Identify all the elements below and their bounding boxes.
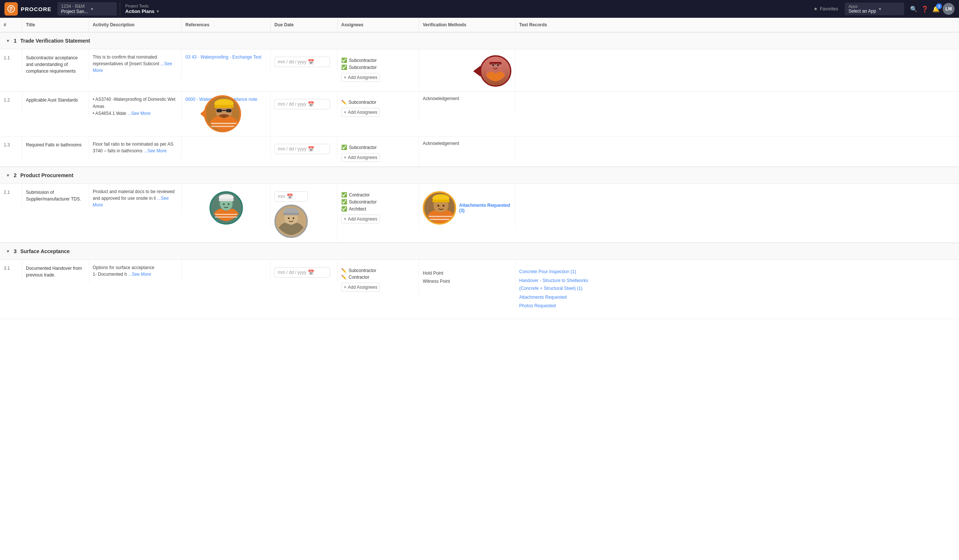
row-2-1-date-input[interactable]: mm 📅 xyxy=(274,191,308,202)
test-record-link[interactable]: Concrete Pour Inspection (1) xyxy=(519,268,593,276)
row-1-3-num: 1.3 xyxy=(0,137,22,159)
apps-selector[interactable]: Apps Select an App ▼ xyxy=(845,3,904,15)
row-3-1-refs xyxy=(182,260,271,282)
plus-icon: + xyxy=(344,285,346,290)
test-records-list: Concrete Pour Inspection (1) Handover - … xyxy=(519,264,593,310)
project-selector[interactable]: 1234 - B&M Project San... ▼ xyxy=(57,2,117,16)
row-2-1-date-area: mm 📅 xyxy=(274,188,333,238)
assignee-name: Subcontractor xyxy=(349,145,377,150)
section-2-collapse-icon[interactable]: ▼ xyxy=(6,173,10,178)
section-3-row: ▼ 3 Surface Acceptance xyxy=(0,243,959,260)
header-due-date: Due Date xyxy=(271,18,338,32)
witness-point-label: Witness Point xyxy=(423,278,511,286)
row-1-2-desc: AS3740 -Waterproofing of Domestic Wet Ar… xyxy=(89,92,182,122)
test-record-link[interactable]: Attachments Requested xyxy=(519,294,593,302)
tool-selector: Project Tools Action Plans ▼ xyxy=(120,2,165,16)
row-1-3-desc: Floor fall ratio to be nominated as per … xyxy=(89,137,182,159)
row-1-3-date-input[interactable]: mm / dd / yyyy 📅 xyxy=(274,144,330,154)
add-assignee-button[interactable]: + Add Assignees xyxy=(341,108,380,117)
search-icon[interactable]: 🔍 xyxy=(910,6,918,13)
help-icon[interactable]: ❓ xyxy=(921,6,929,13)
user-avatar[interactable]: LM xyxy=(943,3,954,15)
notifications-icon[interactable]: 🔔 3 xyxy=(932,6,940,13)
row-3-1-desc: Options for surface acceptance 1- Docume… xyxy=(89,260,182,282)
row-1-3-assignees: ✅ Subcontractor + Add Assignees xyxy=(338,137,419,166)
assignee-name: Subcontractor xyxy=(349,268,376,273)
list-item: ✅ Architect xyxy=(341,206,415,212)
row-2-1-title: Submission of Supplier/manufacturer TDS. xyxy=(22,184,89,207)
date-value: mm / dd / yyyy xyxy=(278,102,306,107)
row-2-1-desc: Product and material docs to be reviewed… xyxy=(89,184,182,213)
add-assignee-label: Add Assignees xyxy=(348,155,377,160)
svg-rect-29 xyxy=(284,213,299,215)
row-1-1-test-records xyxy=(516,49,597,72)
check-icon: ✅ xyxy=(341,192,347,197)
header-num: # xyxy=(0,18,22,32)
assignee-name: Subcontractor xyxy=(349,58,377,63)
add-assignee-button[interactable]: + Add Assignees xyxy=(341,73,380,82)
row-1-3-verification: Acknowledgement xyxy=(419,137,516,159)
acknowledgement-avatar-area xyxy=(480,55,511,87)
row-2-1-see-more[interactable]: ...See More xyxy=(93,196,169,208)
row-1-3-due-date: mm / dd / yyyy 📅 xyxy=(271,137,338,159)
assignee-name: Contractor xyxy=(349,192,370,197)
row-1-1-desc: This is to confirm that nominated repres… xyxy=(89,49,182,78)
table-row: 1.3 Required Falls in bathrooms Floor fa… xyxy=(0,137,959,167)
assignee-list: ✅ Subcontractor ✅ Subcontractor + Add As… xyxy=(341,54,415,82)
row-1-1-date-input[interactable]: mm / dd / yyyy 📅 xyxy=(274,57,330,67)
row-3-1-see-more[interactable]: ...See More xyxy=(128,272,151,277)
row-1-3-see-more[interactable]: ...See More xyxy=(143,148,167,153)
add-assignee-button[interactable]: + Add Assignees xyxy=(341,283,380,292)
project-name: Project San... xyxy=(61,9,88,14)
check-icon: ✅ xyxy=(341,199,347,205)
check-icon: ✅ xyxy=(341,57,347,63)
header-references: References xyxy=(182,18,271,32)
tool-chevron-icon[interactable]: ▼ xyxy=(156,9,160,13)
brand-name: PROCORE xyxy=(21,6,51,12)
procore-logo[interactable] xyxy=(5,2,18,16)
notification-badge: 3 xyxy=(936,3,942,9)
svg-rect-13 xyxy=(226,109,231,112)
row-1-2-see-more[interactable]: ...See More xyxy=(127,111,151,116)
check-icon: ✅ xyxy=(341,206,347,212)
assignee-name: Subcontractor xyxy=(349,65,377,70)
table-header: # Title Activity Description References … xyxy=(0,18,959,32)
row-1-1-title: Subcontractor acceptance and understandi… xyxy=(22,49,89,79)
check-icon: ✅ xyxy=(341,65,347,70)
list-item: ✏️ Subcontractor xyxy=(341,100,415,105)
calendar-icon: 📅 xyxy=(308,59,314,65)
svg-rect-35 xyxy=(432,200,449,202)
row-1-2-verification: Acknowledgement xyxy=(419,92,516,114)
header-test-records: Test Records xyxy=(516,18,597,32)
assignee-name: Contractor xyxy=(349,275,370,280)
floating-worker-avatar xyxy=(204,95,241,132)
calendar-icon: 📅 xyxy=(308,146,314,152)
table-row: 1.2 Applicable Aust Standards AS3740 -Wa… xyxy=(0,92,959,137)
test-record-link[interactable]: Handover - Structure to Shellworks (Conc… xyxy=(519,277,593,293)
nav-icons: 🔍 ❓ 🔔 3 xyxy=(910,6,940,13)
row-1-1-ref-link[interactable]: 03 43 - Waterproofing - Exchange Test xyxy=(185,54,261,60)
list-item: ✅ Subcontractor xyxy=(341,65,415,70)
avatar xyxy=(480,55,511,87)
svg-point-22 xyxy=(223,204,225,205)
favorites-button[interactable]: ★ Favorites xyxy=(810,6,842,11)
acknowledgement-avatar-area xyxy=(423,191,456,224)
row-1-2-assignees: ✏️ Subcontractor + Add Assignees xyxy=(338,92,419,121)
svg-rect-1 xyxy=(489,62,502,65)
section-3-collapse-icon[interactable]: ▼ xyxy=(6,249,10,253)
row-3-1-title: Documented Handover from previous trade. xyxy=(22,260,89,283)
row-3-1-date-input[interactable]: mm / dd / yyyy 📅 xyxy=(274,267,330,278)
list-item: ✏️ Contractor xyxy=(341,275,415,280)
add-assignee-button[interactable]: + Add Assignees xyxy=(341,153,380,162)
row-1-1-verification xyxy=(419,49,516,91)
apps-select: Select an App xyxy=(849,8,876,14)
apps-label: Apps xyxy=(849,4,876,8)
project-number: 1234 - B&M xyxy=(61,4,88,9)
row-1-2-date-input[interactable]: mm / dd / yyyy 📅 xyxy=(274,99,330,109)
row-1-1-see-more[interactable]: ...See More xyxy=(93,61,172,73)
test-record-link[interactable]: Photos Requested xyxy=(519,302,593,310)
attachments-link[interactable]: Attachments Requested (3) xyxy=(459,203,511,213)
section-1-collapse-icon[interactable]: ▼ xyxy=(6,38,10,43)
assignee-name: Subcontractor xyxy=(349,100,376,105)
add-assignee-button[interactable]: + Add Assignees xyxy=(341,215,380,223)
